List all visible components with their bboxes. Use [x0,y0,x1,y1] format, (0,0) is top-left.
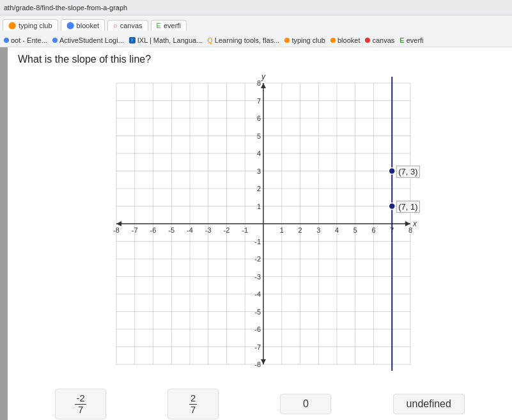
bookmark-label: typing club [291,36,325,44]
fraction-display: -2 7 [75,393,86,415]
graph-area [91,70,430,384]
question-text: What is the slope of this line? [18,54,502,65]
tab-blooket[interactable]: ⬤ blooket [61,19,105,31]
ixl-icon: i [129,37,136,43]
coordinate-graph [91,70,430,384]
tab-label: everfi [164,22,181,29]
answer-options: -2 7 2 7 0 undefined [18,389,502,419]
bookmark-label: canvas [372,36,394,44]
typing-icon [284,38,290,43]
bookmark-everfi[interactable]: E everfi [400,36,423,44]
bookmark-label: blooket [337,36,360,44]
bookmark-label: Learning tools, flas... [215,36,280,44]
bookmark-learning-tools[interactable]: Q Learning tools, flas... [207,36,279,44]
bookmark-activestudent[interactable]: ActiveStudent Logi... [52,36,124,44]
bookmark-ixl[interactable]: i IXL | Math, Langua... [129,36,203,44]
tab-everfi[interactable]: E everfi [151,20,187,31]
browser-chrome: ath/grade-8/find-the-slope-from-a-graph … [0,0,512,48]
bookmark-typing-club[interactable]: typing club [284,36,325,44]
sidebar-left [0,47,8,420]
fraction-denominator: 7 [189,405,197,416]
bookmark-blooket[interactable]: blooket [330,36,360,44]
everfi-icon: E [400,36,404,44]
tab-label: canvas [120,22,143,29]
tab-label: blooket [77,22,99,29]
url-text: ath/grade-8/find-the-slope-from-a-graph [4,4,127,12]
bookmark-oot[interactable]: oot - Ente... [4,36,47,44]
fraction-denominator: 7 [77,405,84,416]
bookmark-label: IXL | Math, Langua... [137,36,203,44]
blooket-icon [330,38,336,43]
bookmark-label: oot - Ente... [11,36,47,44]
fraction-display: 2 7 [189,393,197,415]
undefined-label: undefined [407,398,451,410]
bookmark-canvas[interactable]: canvas [365,36,394,44]
canvas-icon [365,38,370,43]
tab-canvas[interactable]: ○ canvas [107,20,148,31]
zero-label: 0 [303,398,309,410]
bookmark-label: everfi [407,36,424,44]
fraction-numerator: 2 [189,393,197,405]
main-content: What is the slope of this line? -2 7 2 7… [8,47,512,420]
tabs-bar: ⬤ typing club ⬤ blooket ○ canvas E everf… [0,15,512,33]
tab-typing-club[interactable]: ⬤ typing club [3,19,58,31]
bookmark-label: ActiveStudent Logi... [59,36,124,44]
answer-zero[interactable]: 0 [280,394,331,414]
answer-two-sevenths[interactable]: 2 7 [167,389,219,419]
tab-label: typing club [19,22,52,29]
learning-tools-icon: Q [207,36,213,44]
bookmark-icon [4,38,9,43]
answer-negative-two-sevenths[interactable]: -2 7 [55,389,106,419]
bookmark-bar: oot - Ente... ActiveStudent Logi... i IX… [0,33,512,47]
answer-undefined[interactable]: undefined [393,394,465,414]
bookmark-icon [52,38,58,43]
url-bar[interactable]: ath/grade-8/find-the-slope-from-a-graph [0,0,512,15]
fraction-numerator: -2 [75,393,86,405]
